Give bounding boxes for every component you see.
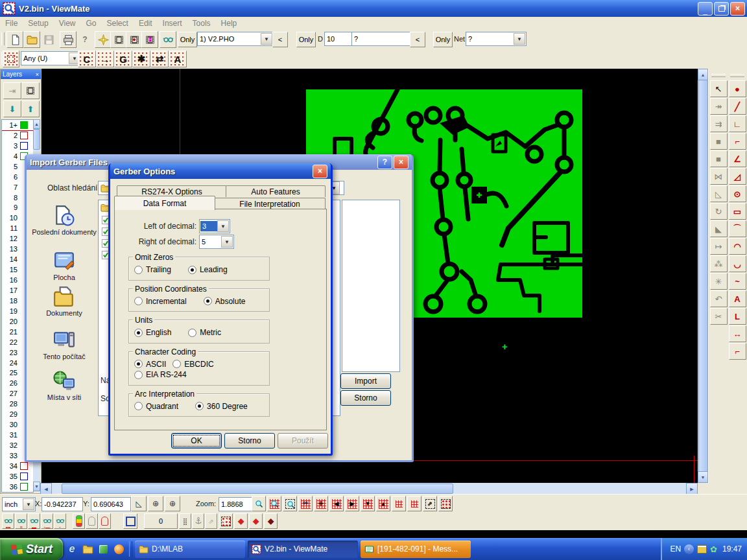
probe-icon[interactable]: ⊕: [165, 496, 180, 511]
colors-film-icon[interactable]: ■■: [141, 31, 158, 48]
filter-combo[interactable]: Any (U)▼: [21, 51, 82, 65]
scroll-up-icon[interactable]: ▲: [698, 69, 708, 80]
dcode-flash-icon[interactable]: ✱: [132, 51, 150, 67]
pan-left-icon[interactable]: ◀: [329, 496, 344, 511]
cancel-button[interactable]: Storno: [340, 390, 391, 406]
skew-icon[interactable]: ◺: [710, 185, 728, 202]
view-traces-glasses-icon[interactable]: ≡: [15, 513, 27, 529]
restore-button[interactable]: [714, 2, 729, 16]
apply-button[interactable]: Použít: [278, 433, 328, 449]
grid-window-icon[interactable]: [123, 513, 137, 529]
toolbar-grip[interactable]: [1, 32, 5, 45]
radio-ebcdic[interactable]: EBCDIC: [172, 360, 213, 369]
scroll-thumb[interactable]: [698, 80, 708, 472]
layer-down-icon[interactable]: ⬇: [3, 100, 21, 117]
fill-light-icon[interactable]: ■: [710, 150, 728, 167]
toolbar-grip[interactable]: [711, 74, 726, 77]
draw-triangle-icon[interactable]: ◿: [729, 168, 746, 185]
radio-english[interactable]: English: [134, 328, 171, 337]
unit-combo[interactable]: inch▼: [2, 497, 36, 511]
radio-quadrant[interactable]: Quadrant: [134, 402, 178, 411]
draw-line-icon[interactable]: ╱: [729, 98, 746, 115]
select-cursor-icon[interactable]: ↖: [710, 80, 728, 97]
place-recent-documents[interactable]: Poslední dokumenty: [32, 205, 97, 250]
draw-text-icon[interactable]: A: [729, 290, 746, 307]
icq-flower-icon[interactable]: ✿: [710, 544, 717, 554]
mirror-icon[interactable]: ⋈: [710, 168, 728, 185]
aperture-diamond-icon[interactable]: ◆: [234, 513, 248, 529]
undo-icon[interactable]: ↶: [710, 290, 728, 307]
fill-dark-icon[interactable]: ■: [710, 133, 728, 150]
pan-right-icon[interactable]: ▶: [345, 496, 359, 511]
zoom-tool-icon[interactable]: [252, 496, 266, 511]
place-my-computer[interactable]: Tento počítač: [32, 329, 97, 370]
ok-button[interactable]: OK: [171, 433, 222, 449]
tab-data-format[interactable]: Data Format: [114, 196, 215, 210]
close-icon[interactable]: ×: [313, 165, 327, 178]
draw-curve-icon[interactable]: ~: [729, 273, 746, 290]
dcode-swap-icon[interactable]: ⇄: [150, 51, 169, 67]
hide-icons-icon[interactable]: ‹: [684, 544, 694, 554]
layers-panel-title[interactable]: Layers×: [1, 69, 41, 79]
menu-item-setup[interactable]: Setup: [23, 19, 53, 28]
view-pads-glasses-icon[interactable]: •••: [2, 513, 14, 529]
snap-grid-icon[interactable]: ⣿: [179, 513, 191, 529]
help-book-icon[interactable]: [97, 542, 110, 555]
copy-icon[interactable]: ⇉: [710, 115, 728, 132]
draw-angle-icon[interactable]: ∠: [729, 150, 746, 167]
layer-insert-icon[interactable]: ⇥: [3, 82, 21, 99]
prev-view-icon[interactable]: [392, 496, 406, 511]
close-icon[interactable]: ×: [394, 156, 409, 169]
radio-absolute[interactable]: Absolute: [204, 297, 246, 306]
task-messenger[interactable]: [191-482-091] - Mess...: [361, 541, 471, 558]
dcode-filter-field[interactable]: ?: [351, 32, 414, 46]
notes-tray-icon[interactable]: [697, 545, 707, 554]
measure-arrow-icon[interactable]: ⇗: [205, 513, 217, 529]
tab-file-interpretation[interactable]: File Interpretation: [214, 198, 326, 209]
help-icon[interactable]: ?: [377, 156, 392, 169]
language-indicator[interactable]: EN: [670, 544, 681, 554]
pan-down-icon[interactable]: ▼: [361, 496, 375, 511]
scroll-thumb[interactable]: [62, 484, 453, 494]
firefox-icon[interactable]: [112, 542, 125, 555]
draw-arc1-icon[interactable]: ⌒: [729, 220, 746, 237]
zoom-grid-icon[interactable]: [267, 496, 281, 511]
menu-item-edit[interactable]: Edit: [134, 19, 158, 28]
radio-eia-rs-244[interactable]: EIA RS-244: [134, 370, 187, 379]
layer-row[interactable]: 2: [2, 130, 33, 141]
draw-polyline-icon[interactable]: ∟: [729, 115, 746, 132]
menu-item-select[interactable]: Select: [102, 19, 134, 28]
zoom-window-icon[interactable]: [283, 496, 297, 511]
left-of-decimal-combo[interactable]: 3 ▼: [199, 219, 230, 233]
only-layer-button[interactable]: Only: [178, 32, 197, 47]
scroll-up-icon[interactable]: ▲: [33, 119, 40, 129]
settings-gear-icon[interactable]: ✳: [710, 273, 728, 290]
chevron-down-icon[interactable]: ▼: [23, 498, 34, 510]
aperture-diamond-dark-icon[interactable]: ◆: [264, 513, 278, 529]
traffic-light-icon[interactable]: [73, 513, 85, 529]
view-flash-glasses-icon[interactable]: ▬: [28, 513, 40, 529]
pan-up-icon[interactable]: ▲: [376, 496, 390, 511]
draw-dimension-icon[interactable]: ↔: [729, 325, 746, 342]
chevron-down-icon[interactable]: ▼: [217, 220, 229, 232]
scale-icon[interactable]: ◣: [710, 220, 728, 237]
horizontal-scrollbar[interactable]: ◀ ▶: [40, 483, 698, 494]
minimize-button[interactable]: _: [698, 2, 713, 16]
flash-view-icon[interactable]: [95, 31, 112, 48]
view-all-icon[interactable]: ✛: [314, 496, 328, 511]
radio-leading[interactable]: Leading: [188, 265, 228, 274]
lamp-off-icon[interactable]: [86, 513, 98, 529]
anchor-icon[interactable]: [192, 513, 204, 529]
save-icon[interactable]: [40, 31, 57, 48]
radio-ascii[interactable]: ASCII: [134, 360, 166, 369]
toolbar-grip[interactable]: [730, 74, 744, 77]
chevron-down-icon[interactable]: ▼: [221, 236, 233, 248]
x-coordinate-field[interactable]: -0.942237: [42, 497, 83, 511]
task-dmlab[interactable]: D:\MLAB: [135, 541, 245, 558]
zoom-field[interactable]: 1.8868: [219, 497, 255, 511]
layer-row[interactable]: 3: [2, 141, 33, 151]
right-of-decimal-combo[interactable]: 5 ▼: [199, 235, 234, 249]
draw-arc2-icon[interactable]: ◠: [729, 238, 746, 255]
view-film-icon[interactable]: ᵒᵒ: [298, 496, 313, 511]
layer-row[interactable]: 1+: [2, 120, 33, 130]
